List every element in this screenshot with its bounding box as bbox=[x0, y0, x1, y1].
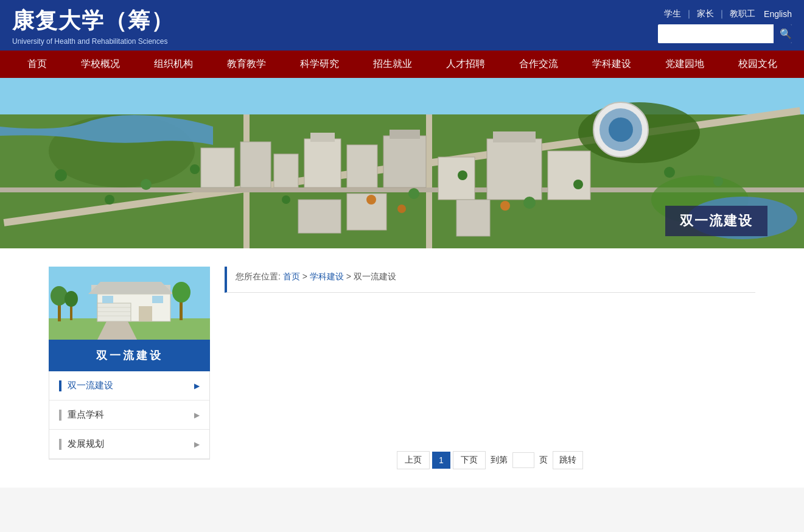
sidebar-menu-item-0[interactable]: 双一流建设 ▶ bbox=[49, 371, 209, 401]
svg-marker-51 bbox=[88, 282, 173, 294]
search-button[interactable]: 🔍 bbox=[774, 24, 792, 43]
svg-rect-58 bbox=[102, 296, 113, 303]
svg-point-47 bbox=[65, 291, 78, 307]
svg-point-28 bbox=[190, 164, 200, 174]
current-page: 1 bbox=[432, 452, 450, 469]
svg-rect-59 bbox=[152, 296, 163, 303]
inactive-indicator-2 bbox=[59, 439, 61, 450]
svg-rect-52 bbox=[97, 303, 131, 321]
nav-org[interactable]: 组织机构 bbox=[137, 51, 210, 78]
page-number-input[interactable] bbox=[512, 452, 534, 468]
nav-cooperation[interactable]: 合作交流 bbox=[502, 51, 575, 78]
svg-point-32 bbox=[523, 197, 536, 209]
header-right: 学生 ｜ 家长 ｜ 教职工 English 🔍 bbox=[658, 9, 792, 43]
pagination: 上页 1 下页 到第 页 跳转 bbox=[225, 451, 755, 469]
svg-rect-21 bbox=[201, 148, 234, 187]
sidebar-menu-item-1[interactable]: 重点学科 ▶ bbox=[49, 401, 209, 430]
arrow-icon-0: ▶ bbox=[194, 382, 200, 390]
svg-point-34 bbox=[664, 167, 675, 178]
nav-culture[interactable]: 校园文化 bbox=[721, 51, 794, 78]
header-top: 康复大学（筹） University of Health and Rehabil… bbox=[0, 0, 804, 46]
svg-rect-22 bbox=[240, 142, 271, 187]
hero-banner: 双一流建设 bbox=[0, 78, 804, 248]
nav-research[interactable]: 科学研究 bbox=[283, 51, 356, 78]
svg-rect-23 bbox=[274, 154, 298, 187]
breadcrumb-home[interactable]: 首页 bbox=[283, 271, 300, 281]
inactive-indicator-1 bbox=[59, 410, 61, 421]
prev-page-button[interactable]: 上页 bbox=[397, 451, 430, 469]
svg-point-39 bbox=[366, 195, 376, 205]
breadcrumb-section[interactable]: 学科建设 bbox=[310, 271, 344, 281]
sidebar-menu-label-1: 重点学科 bbox=[68, 409, 104, 421]
svg-rect-17 bbox=[390, 130, 420, 139]
svg-point-36 bbox=[55, 169, 67, 181]
svg-point-33 bbox=[573, 180, 583, 189]
nav-party[interactable]: 党建园地 bbox=[648, 51, 721, 78]
svg-rect-16 bbox=[383, 136, 426, 187]
svg-rect-57 bbox=[139, 306, 152, 321]
nav-home[interactable]: 首页 bbox=[10, 51, 64, 78]
svg-point-30 bbox=[408, 188, 419, 199]
breadcrumb-sep1: > bbox=[302, 271, 310, 281]
svg-rect-13 bbox=[304, 139, 341, 187]
nav-enrollment[interactable]: 招生就业 bbox=[356, 51, 429, 78]
nav-education[interactable]: 教育教学 bbox=[210, 51, 283, 78]
svg-rect-15 bbox=[347, 145, 377, 187]
nav-bar: 首页 学校概况 组织机构 教育教学 科学研究 招生就业 人才招聘 合作交流 学科… bbox=[0, 51, 804, 78]
arrow-icon-1: ▶ bbox=[194, 411, 200, 419]
svg-point-31 bbox=[458, 170, 467, 180]
svg-rect-20 bbox=[548, 151, 590, 200]
jump-button[interactable]: 跳转 bbox=[553, 451, 583, 469]
goto-label: 到第 bbox=[488, 455, 510, 466]
hero-caption: 双一流建设 bbox=[665, 206, 767, 236]
svg-point-29 bbox=[282, 195, 290, 204]
svg-point-45 bbox=[51, 286, 68, 306]
sidebar-image bbox=[49, 267, 210, 340]
next-page-button[interactable]: 下页 bbox=[453, 451, 486, 469]
link-english[interactable]: English bbox=[764, 9, 792, 19]
logo-title[interactable]: 康复大学（筹） bbox=[12, 6, 174, 36]
sidebar-menu-item-2[interactable]: 发展规划 ▶ bbox=[49, 430, 209, 459]
svg-rect-25 bbox=[456, 200, 490, 236]
svg-point-41 bbox=[500, 201, 510, 211]
svg-point-12 bbox=[609, 117, 633, 142]
content-list bbox=[225, 305, 755, 427]
nav-recruit[interactable]: 人才招聘 bbox=[429, 51, 502, 78]
svg-rect-4 bbox=[426, 114, 432, 248]
sidebar-menu-label-0: 双一流建设 bbox=[68, 380, 113, 391]
svg-point-38 bbox=[141, 179, 152, 190]
header: 康复大学（筹） University of Health and Rehabil… bbox=[0, 0, 804, 78]
svg-point-37 bbox=[105, 195, 114, 205]
breadcrumb-current: 双一流建设 bbox=[354, 271, 396, 281]
arrow-icon-2: ▶ bbox=[194, 440, 200, 449]
active-indicator bbox=[59, 380, 61, 391]
breadcrumb: 您所在位置: 首页 > 学科建设 > 双一流建设 bbox=[225, 267, 755, 293]
search-bar: 🔍 bbox=[658, 24, 792, 43]
svg-rect-27 bbox=[298, 200, 341, 233]
sidebar-menu-label-2: 发展规划 bbox=[68, 438, 104, 450]
link-parent[interactable]: 家长 bbox=[697, 9, 714, 19]
svg-rect-24 bbox=[438, 157, 475, 200]
svg-rect-19 bbox=[493, 131, 536, 142]
sidebar-menu: 双一流建设 ▶ 重点学科 ▶ 发展规划 ▶ bbox=[49, 371, 210, 460]
nav-discipline[interactable]: 学科建设 bbox=[575, 51, 648, 78]
logo-area: 康复大学（筹） University of Health and Rehabil… bbox=[12, 6, 174, 46]
svg-point-40 bbox=[397, 205, 406, 213]
sidebar: 双一流建设 双一流建设 ▶ 重点学科 ▶ 发展规划 ▶ bbox=[49, 267, 210, 469]
breadcrumb-prefix: 您所在位置: bbox=[236, 271, 281, 281]
link-staff[interactable]: 教职工 bbox=[730, 9, 755, 19]
link-student[interactable]: 学生 bbox=[664, 9, 681, 19]
nav-overview[interactable]: 学校概况 bbox=[64, 51, 137, 78]
header-links: 学生 ｜ 家长 ｜ 教职工 English bbox=[664, 9, 792, 19]
logo-subtitle: University of Health and Rehabilitation … bbox=[12, 37, 174, 46]
svg-rect-18 bbox=[487, 139, 542, 200]
svg-point-61 bbox=[172, 282, 191, 303]
svg-rect-14 bbox=[310, 133, 335, 142]
breadcrumb-sep2: > bbox=[346, 271, 354, 281]
sidebar-house-svg bbox=[49, 267, 210, 340]
svg-point-35 bbox=[713, 177, 723, 186]
search-input[interactable] bbox=[658, 26, 774, 43]
content-area: 您所在位置: 首页 > 学科建设 > 双一流建设 上页 1 下页 到第 页 跳转 bbox=[225, 267, 755, 469]
page-label: 页 bbox=[537, 455, 550, 466]
sidebar-section-title: 双一流建设 bbox=[49, 340, 210, 371]
